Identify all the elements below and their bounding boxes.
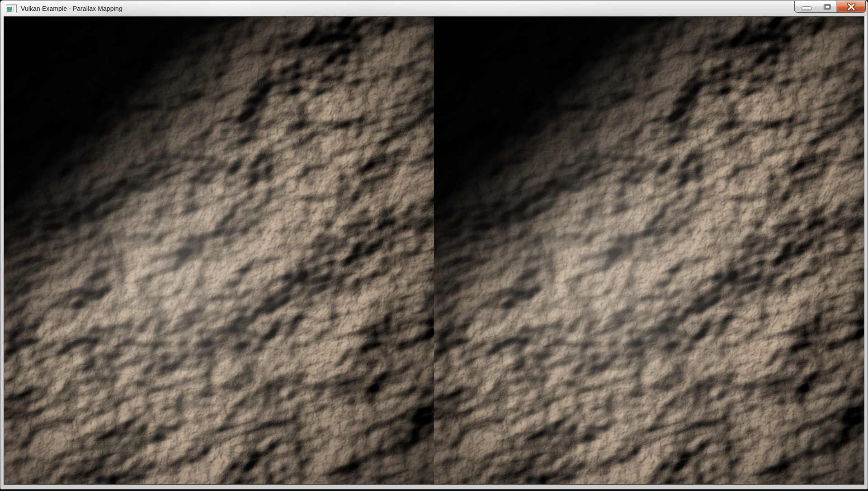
- window-title: Vulkan Example - Parallax Mapping: [21, 5, 123, 12]
- app-icon-content: [7, 7, 12, 12]
- close-button[interactable]: [837, 1, 865, 12]
- minimize-icon: [802, 6, 811, 10]
- right-render-pane[interactable]: [434, 17, 864, 484]
- app-window: Vulkan Example - Parallax Mapping: [0, 0, 868, 490]
- left-render-pane[interactable]: [4, 17, 434, 484]
- maximize-button[interactable]: [818, 1, 837, 12]
- render-viewport: [4, 16, 864, 485]
- titlebar[interactable]: Vulkan Example - Parallax Mapping: [1, 1, 867, 16]
- caption-button-group: [794, 1, 866, 13]
- app-icon-scrollbar: [13, 7, 15, 12]
- minimize-button[interactable]: [795, 1, 818, 12]
- maximize-icon: [824, 4, 831, 10]
- app-window-icon[interactable]: [6, 4, 17, 13]
- close-icon: [847, 3, 856, 10]
- app-icon-titlestrip: [7, 5, 15, 6]
